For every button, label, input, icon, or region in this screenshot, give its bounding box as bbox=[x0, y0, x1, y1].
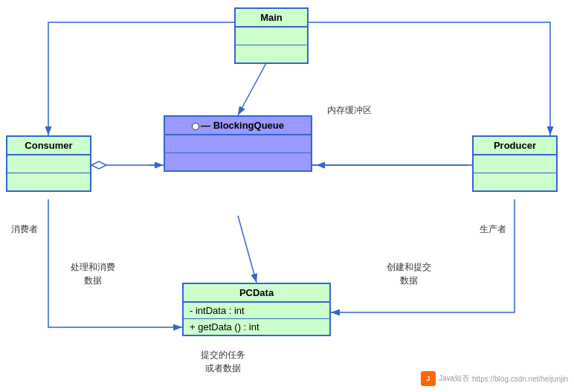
watermark-url: https://blog.csdn.net/heijunjin bbox=[472, 375, 568, 383]
producer-section-1 bbox=[474, 155, 556, 173]
process-data-label: 处理和消费数据 bbox=[71, 260, 115, 287]
watermark-brand: Java知否 bbox=[439, 373, 469, 384]
svg-line-12 bbox=[238, 216, 257, 283]
consumer-chinese-label: 消费者 bbox=[11, 223, 38, 236]
bq-section-1 bbox=[165, 135, 311, 153]
main-class-name: Main bbox=[236, 9, 307, 28]
submit-task-label: 提交的任务或者数据 bbox=[201, 348, 245, 375]
main-class-box: Main bbox=[234, 7, 309, 64]
blockingqueue-class-name: — BlockingQueue bbox=[165, 117, 311, 135]
consumer-class-box: Consumer bbox=[6, 135, 91, 192]
pcdata-class-box: PCData - intData : int + getData () : in… bbox=[182, 283, 331, 336]
memory-buffer-label: 内存缓冲区 bbox=[327, 104, 372, 117]
interface-circle-icon bbox=[192, 123, 199, 130]
create-data-label: 创建和提交数据 bbox=[387, 260, 431, 287]
main-section-1 bbox=[236, 28, 307, 45]
producer-section-2 bbox=[474, 173, 556, 190]
watermark-icon: J bbox=[421, 371, 436, 386]
svg-marker-5 bbox=[91, 161, 106, 169]
producer-class-box: Producer bbox=[472, 135, 558, 192]
pcdata-attr-1: - intData : int bbox=[184, 303, 329, 319]
bq-section-2 bbox=[165, 153, 311, 170]
consumer-class-name: Consumer bbox=[7, 137, 90, 155]
blockingqueue-class-box: — BlockingQueue bbox=[164, 115, 312, 172]
producer-chinese-label: 生产者 bbox=[480, 223, 506, 236]
main-section-2 bbox=[236, 45, 307, 62]
pcdata-attr-2: + getData () : int bbox=[184, 319, 329, 335]
consumer-section-1 bbox=[7, 155, 90, 173]
consumer-section-2 bbox=[7, 173, 90, 190]
producer-class-name: Producer bbox=[474, 137, 556, 155]
watermark: J Java知否 https://blog.csdn.net/heijunjin bbox=[421, 371, 568, 386]
diagram-container: Main Consumer — BlockingQueue Producer P… bbox=[0, 0, 574, 392]
pcdata-class-name: PCData bbox=[184, 284, 329, 303]
